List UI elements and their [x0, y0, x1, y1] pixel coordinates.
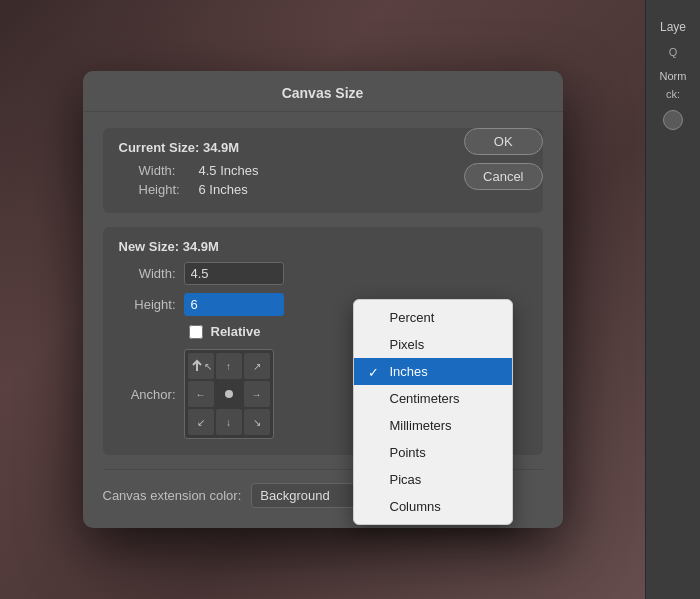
- height-input[interactable]: [184, 293, 284, 316]
- anchor-label: Anchor:: [129, 387, 184, 402]
- ok-button[interactable]: OK: [464, 128, 542, 155]
- dialog-overlay: Canvas Size OK Cancel Current Size: 34.9…: [0, 0, 700, 599]
- current-width-value: 4.5 Inches: [199, 163, 259, 178]
- new-width-label: Width:: [129, 266, 184, 281]
- relative-label: Relative: [211, 324, 261, 339]
- anchor-middle-left[interactable]: ←: [188, 381, 214, 407]
- unit-columns[interactable]: Columns: [354, 493, 512, 520]
- dialog-buttons: OK Cancel: [464, 128, 542, 190]
- current-height-label: Height:: [139, 182, 199, 197]
- anchor-top-left[interactable]: ↖: [188, 353, 214, 379]
- canvas-extension-label: Canvas extension color:: [103, 488, 242, 503]
- width-input[interactable]: [184, 262, 284, 285]
- dialog-title: Canvas Size: [83, 71, 563, 112]
- anchor-bottom-left[interactable]: ↙: [188, 409, 214, 435]
- unit-percent[interactable]: Percent: [354, 304, 512, 331]
- new-size-title: New Size: 34.9M: [119, 239, 527, 254]
- new-width-row: Width:: [119, 262, 527, 285]
- cancel-button[interactable]: Cancel: [464, 163, 542, 190]
- anchor-bottom-right[interactable]: ↘: [244, 409, 270, 435]
- anchor-top-right[interactable]: ↗: [244, 353, 270, 379]
- relative-checkbox[interactable]: [189, 325, 203, 339]
- units-dropdown-menu: Percent Pixels ✓ Inches Centimeters Mill…: [353, 299, 513, 525]
- anchor-grid: ↖ ↑ ↗ ← → ↙ ↓ ↘: [184, 349, 274, 439]
- new-height-label: Height:: [129, 297, 184, 312]
- canvas-size-dialog: Canvas Size OK Cancel Current Size: 34.9…: [83, 71, 563, 528]
- current-height-value: 6 Inches: [199, 182, 248, 197]
- anchor-bottom-center[interactable]: ↓: [216, 409, 242, 435]
- anchor-top-center[interactable]: ↑: [216, 353, 242, 379]
- unit-centimeters[interactable]: Centimeters: [354, 385, 512, 412]
- unit-pixels[interactable]: Pixels: [354, 331, 512, 358]
- anchor-center[interactable]: [216, 381, 242, 407]
- unit-picas[interactable]: Picas: [354, 466, 512, 493]
- unit-millimeters[interactable]: Millimeters: [354, 412, 512, 439]
- anchor-middle-right[interactable]: →: [244, 381, 270, 407]
- unit-points[interactable]: Points: [354, 439, 512, 466]
- unit-inches[interactable]: ✓ Inches: [354, 358, 512, 385]
- current-width-label: Width:: [139, 163, 199, 178]
